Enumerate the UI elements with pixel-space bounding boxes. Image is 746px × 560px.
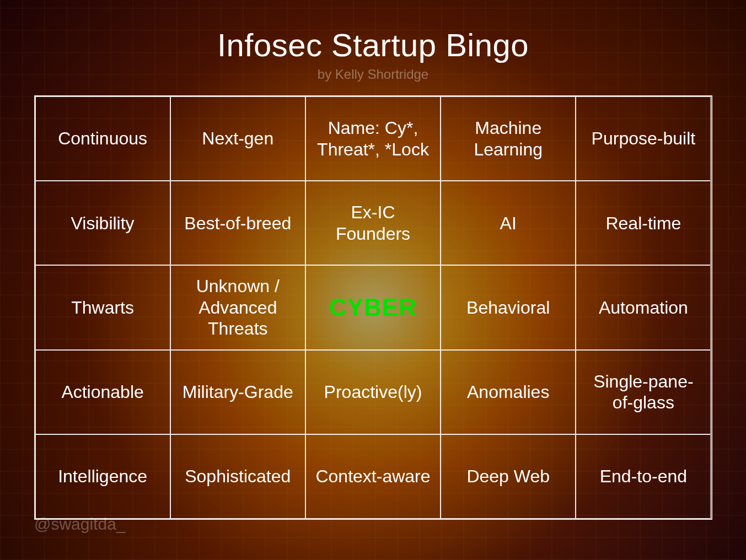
bingo-cell: Ex-IC Founders bbox=[305, 181, 441, 265]
bingo-cell: Sophisticated bbox=[170, 434, 305, 519]
bingo-card: Infosec Startup Bingo by Kelly Shortridg… bbox=[0, 0, 746, 560]
bingo-cell: Anomalies bbox=[441, 350, 576, 434]
bingo-cell: Military-Grade bbox=[170, 350, 305, 434]
bingo-cell: Name: Cy*, Threat*, *Lock bbox=[305, 96, 441, 181]
bingo-grid: Continuous Next-gen Name: Cy*, Threat*, … bbox=[34, 95, 712, 520]
bingo-cell: Continuous bbox=[35, 96, 170, 181]
bingo-cell: AI bbox=[441, 181, 576, 265]
bingo-cell: Proactive(ly) bbox=[305, 350, 441, 434]
page-title: Infosec Startup Bingo bbox=[217, 26, 529, 63]
bingo-cell: End-to-end bbox=[576, 434, 711, 519]
bingo-cell: Purpose-built bbox=[576, 96, 711, 181]
bingo-cell: Real-time bbox=[576, 181, 711, 265]
bingo-cell: Deep Web bbox=[441, 434, 576, 519]
bingo-cell: Best-of-breed bbox=[170, 181, 305, 265]
bingo-cell: Machine Learning bbox=[441, 96, 576, 181]
page-subtitle: by Kelly Shortridge bbox=[318, 67, 428, 82]
bingo-cell: Single-pane-of-glass bbox=[576, 350, 711, 434]
bingo-cell: Thwarts bbox=[35, 265, 170, 349]
author-handle: @swagitda_ bbox=[34, 515, 126, 534]
bingo-cell: Visibility bbox=[35, 181, 170, 265]
bingo-cell: Next-gen bbox=[170, 96, 305, 181]
bingo-cell: Automation bbox=[576, 265, 711, 349]
bingo-free-square: CYBER bbox=[305, 265, 441, 349]
bingo-cell: Context-aware bbox=[305, 434, 441, 519]
bingo-cell: Actionable bbox=[35, 350, 170, 434]
bingo-cell: Behavioral bbox=[441, 265, 576, 349]
bingo-cell: Intelligence bbox=[35, 434, 170, 519]
bingo-cell: Unknown / Advanced Threats bbox=[170, 265, 305, 349]
